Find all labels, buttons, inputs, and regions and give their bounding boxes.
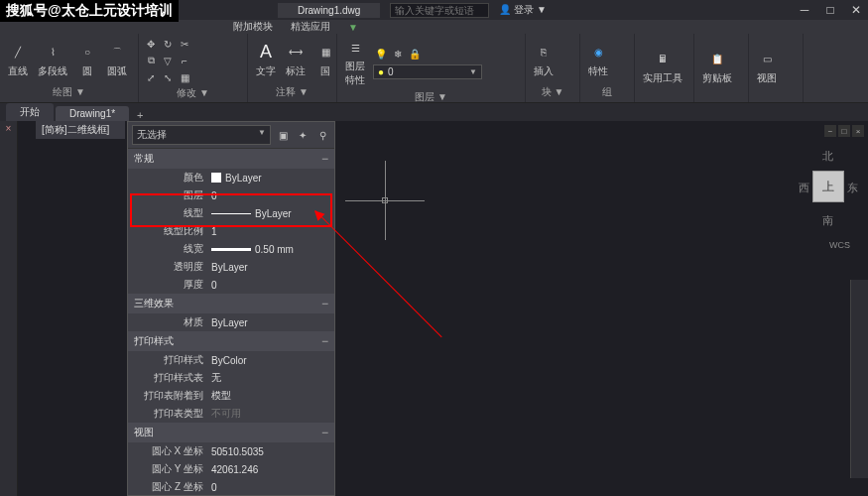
circle-button[interactable]: ○圆 bbox=[73, 41, 101, 80]
add-tab-button[interactable]: + bbox=[131, 109, 149, 121]
drawing-tab[interactable]: Drawing1* bbox=[56, 106, 129, 121]
layer-selector[interactable]: ●0▼ bbox=[373, 64, 482, 79]
table-button[interactable]: ▦国 bbox=[311, 41, 339, 80]
clipboard-button[interactable]: 📋剪贴板 bbox=[698, 48, 736, 87]
row-layer[interactable]: 图层0 bbox=[128, 186, 334, 204]
viewcube-east[interactable]: 东 bbox=[847, 181, 858, 195]
clip-panel-label bbox=[698, 98, 744, 100]
vp-close-icon[interactable]: × bbox=[852, 125, 864, 137]
rotate-icon[interactable]: ↻ bbox=[160, 36, 176, 52]
row-ltscale[interactable]: 线型比例1 bbox=[128, 222, 334, 240]
minimize-button[interactable]: ─ bbox=[793, 1, 816, 19]
maximize-button[interactable]: □ bbox=[818, 1, 842, 19]
viewport[interactable]: [简称]二维线框] 无选择▼ ▣ ✦ ⚲ 常规− 颜色ByLayer 图层0 线… bbox=[18, 121, 868, 496]
move-icon[interactable]: ✥ bbox=[143, 36, 159, 52]
modify-panel-label[interactable]: 修改 ▼ bbox=[143, 85, 243, 101]
viewcube-top[interactable]: 上 bbox=[812, 171, 844, 202]
file-tab[interactable]: Drawing1.dwg bbox=[278, 3, 380, 18]
menu-dropdown-icon[interactable]: ▼ bbox=[348, 22, 358, 33]
section-view[interactable]: 视图− bbox=[128, 423, 334, 442]
arc-icon: ⌒ bbox=[107, 43, 127, 62]
section-general[interactable]: 常规− bbox=[128, 149, 334, 169]
start-tab[interactable]: 开始 bbox=[6, 103, 54, 121]
pick-icon[interactable]: ▣ bbox=[275, 127, 291, 143]
insert-button[interactable]: ⎘插入 bbox=[530, 41, 558, 80]
chevron-down-icon: ▼ bbox=[469, 67, 477, 76]
row-material[interactable]: 材质ByLayer bbox=[128, 313, 334, 331]
row-lineweight[interactable]: 线宽0.50 mm bbox=[128, 240, 334, 258]
lineweight-sample bbox=[211, 248, 251, 251]
filter-icon[interactable]: ⚲ bbox=[314, 127, 330, 143]
layer-properties-button[interactable]: ☰图层 特性 bbox=[341, 36, 369, 89]
text-icon: A bbox=[256, 43, 276, 62]
viewcube-north[interactable]: 北 bbox=[822, 149, 833, 164]
insert-icon: ⎘ bbox=[534, 43, 554, 62]
row-plotstyle[interactable]: 打印样式ByColor bbox=[128, 351, 334, 369]
line-button[interactable]: ╱直线 bbox=[4, 41, 32, 80]
menu-addon[interactable]: 附加模块 bbox=[233, 20, 273, 34]
rail-close-icon[interactable]: × bbox=[0, 121, 17, 136]
view-panel-label bbox=[753, 98, 799, 100]
row-plotattach[interactable]: 打印表附着到模型 bbox=[128, 387, 334, 405]
row-center-y[interactable]: 圆心 Y 坐标42061.246 bbox=[128, 460, 334, 478]
layer-panel-label[interactable]: 图层 ▼ bbox=[341, 89, 521, 105]
block-panel-label[interactable]: 块 ▼ bbox=[530, 84, 575, 100]
viewcube-south[interactable]: 南 bbox=[822, 213, 833, 228]
menu-bar: 附加模块 精选应用 ▼ bbox=[0, 20, 868, 34]
line-icon: ╱ bbox=[8, 43, 28, 62]
section-3d[interactable]: 三维效果− bbox=[128, 294, 334, 313]
scale-icon[interactable]: ⤡ bbox=[160, 69, 176, 85]
row-plottype[interactable]: 打印表类型不可用 bbox=[128, 405, 334, 423]
properties-button[interactable]: ◉特性 bbox=[584, 41, 612, 80]
row-linetype[interactable]: 线型ByLayer bbox=[128, 204, 334, 222]
mirror-icon[interactable]: ▽ bbox=[160, 53, 176, 68]
view-icon: ▭ bbox=[757, 50, 777, 69]
viewcube[interactable]: 北 南 西 东 上 bbox=[799, 149, 858, 228]
quick-select-icon[interactable]: ✦ bbox=[295, 127, 310, 143]
fillet-icon[interactable]: ⌐ bbox=[177, 53, 192, 68]
stretch-icon[interactable]: ⤢ bbox=[143, 69, 159, 85]
vp-minimize-icon[interactable]: − bbox=[824, 125, 836, 137]
layer-freeze-icon[interactable]: ❄ bbox=[390, 47, 406, 62]
navigation-bar[interactable] bbox=[850, 280, 868, 478]
arc-button[interactable]: ⌒圆弧 bbox=[103, 41, 131, 80]
row-center-z[interactable]: 圆心 Z 坐标0 bbox=[128, 478, 334, 496]
palette-icon: ◉ bbox=[588, 43, 608, 62]
section-plotstyle[interactable]: 打印样式− bbox=[128, 331, 334, 351]
linetype-sample bbox=[211, 213, 251, 214]
viewport-controls: − □ × bbox=[824, 125, 864, 137]
polyline-button[interactable]: ⌇多段线 bbox=[34, 41, 71, 80]
annotation-panel-label[interactable]: 注释 ▼ bbox=[252, 84, 332, 100]
text-button[interactable]: A文字 bbox=[252, 41, 280, 80]
row-center-x[interactable]: 圆心 X 坐标50510.5035 bbox=[128, 442, 334, 460]
viewcube-west[interactable]: 西 bbox=[799, 181, 809, 195]
login-link[interactable]: 👤 登录 ▼ bbox=[499, 3, 546, 17]
left-rail: × bbox=[0, 121, 18, 496]
trim-icon[interactable]: ✂ bbox=[177, 36, 192, 52]
properties-panel: 无选择▼ ▣ ✦ ⚲ 常规− 颜色ByLayer 图层0 线型ByLayer 线… bbox=[127, 121, 335, 496]
clipboard-icon: 📋 bbox=[707, 50, 727, 69]
dimension-button[interactable]: ⟷标注 bbox=[282, 41, 310, 80]
color-swatch bbox=[211, 173, 221, 183]
document-tabs: 开始 Drawing1* + bbox=[0, 103, 868, 121]
wcs-label[interactable]: WCS bbox=[829, 240, 850, 250]
close-button[interactable]: ✕ bbox=[844, 1, 868, 19]
workspace: × [简称]二维线框] 无选择▼ ▣ ✦ ⚲ 常规− 颜色ByLayer 图层0… bbox=[0, 121, 868, 496]
utilities-button[interactable]: 🖩实用工具 bbox=[639, 48, 686, 87]
row-thickness[interactable]: 厚度0 bbox=[128, 276, 334, 294]
layer-off-icon[interactable]: 💡 bbox=[373, 47, 389, 62]
copy-icon[interactable]: ⧉ bbox=[143, 53, 159, 68]
watermark-label: 搜狐号@太仓上元设计培训 bbox=[0, 0, 179, 22]
layer-lock-icon[interactable]: 🔒 bbox=[407, 47, 423, 62]
row-plotstyletable[interactable]: 打印样式表无 bbox=[128, 369, 334, 387]
selection-filter[interactable]: 无选择▼ bbox=[132, 125, 271, 145]
menu-featured[interactable]: 精选应用 bbox=[291, 20, 330, 34]
array-icon[interactable]: ▦ bbox=[177, 69, 192, 85]
view-button[interactable]: ▭视图 bbox=[753, 48, 781, 87]
draw-panel-label[interactable]: 绘图 ▼ bbox=[4, 84, 134, 100]
row-color[interactable]: 颜色ByLayer bbox=[128, 169, 334, 186]
vp-maximize-icon[interactable]: □ bbox=[838, 125, 850, 137]
search-input[interactable] bbox=[390, 3, 489, 18]
row-transparency[interactable]: 透明度ByLayer bbox=[128, 258, 334, 276]
group-panel-label[interactable]: 组 bbox=[584, 84, 630, 100]
